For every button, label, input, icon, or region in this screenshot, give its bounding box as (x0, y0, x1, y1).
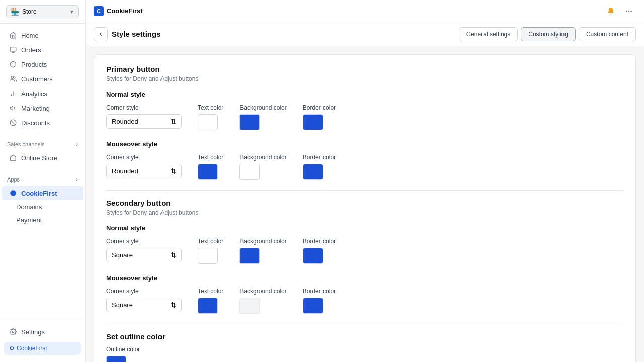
tab-general-settings[interactable]: General settings (459, 27, 518, 41)
outline-color-swatch[interactable] (106, 356, 126, 362)
more-options-button[interactable] (622, 4, 636, 18)
chevron-down-icon: ▼ (69, 9, 74, 15)
primary-normal-border-color-label: Border color (303, 104, 336, 111)
secondary-mouseover-corner-field: Corner style Square ⇅ (106, 288, 182, 312)
primary-normal-text-color-swatch[interactable] (198, 114, 218, 130)
apps-title: Apps › (0, 173, 85, 186)
sidebar-item-settings[interactable]: Settings (2, 325, 83, 339)
secondary-normal-border-color-field: Border color (303, 238, 336, 264)
primary-mouseover-style-row: Corner style Rounded ⇅ Text color Backgr… (106, 154, 623, 180)
sidebar-item-marketing[interactable]: Marketing (2, 101, 83, 115)
secondary-normal-corner-field: Corner style Square ⇅ (106, 238, 182, 262)
cookiefirst-bottom-badge[interactable]: ⚙ CookieFirst (4, 342, 81, 355)
page-header-left: Style settings (94, 27, 161, 41)
sidebar-item-analytics[interactable]: Analytics (2, 86, 83, 101)
products-icon (9, 60, 17, 68)
sidebar-item-domains-label: Domains (16, 203, 42, 211)
svg-line-9 (11, 121, 15, 125)
primary-mouseover-border-color-label: Border color (303, 154, 336, 161)
discounts-icon (9, 119, 17, 127)
secondary-normal-style-title: Normal style (106, 224, 623, 232)
svg-point-10 (10, 190, 16, 196)
primary-normal-bg-color-swatch[interactable] (239, 114, 260, 130)
sidebar-item-products[interactable]: Products (2, 57, 83, 71)
secondary-mouseover-border-color-swatch[interactable] (303, 298, 323, 314)
secondary-mouseover-style-row: Corner style Square ⇅ Text color Backgro… (106, 288, 623, 314)
primary-mouseover-corner-select[interactable]: Rounded ⇅ (106, 164, 182, 178)
nav-section-channels: Sales channels › Online Store (0, 134, 85, 169)
main-area: C CookieFirst Style settings General set… (86, 0, 644, 362)
nav-section-apps: Apps › CookieFirst Domains Payment (0, 169, 85, 231)
secondary-mouseover-text-color-swatch[interactable] (198, 298, 218, 314)
secondary-button-title: Secondary button (106, 199, 623, 207)
primary-normal-corner-field: Corner style Rounded ⇅ (106, 104, 182, 129)
primary-normal-bg-color-label: Background color (239, 104, 286, 111)
tab-custom-content[interactable]: Custom content (579, 27, 636, 41)
store-name: Store (22, 8, 37, 15)
sidebar-item-products-label: Products (21, 61, 47, 68)
sidebar-item-online-store[interactable]: Online Store (2, 151, 83, 165)
online-store-icon (9, 154, 17, 162)
analytics-icon (9, 89, 17, 98)
secondary-mouseover-corner-select[interactable]: Square ⇅ (106, 298, 182, 312)
primary-mouseover-style: Mouseover style Corner style Rounded ⇅ T… (106, 140, 623, 180)
sidebar-item-domains[interactable]: Domains (2, 201, 83, 213)
svg-rect-0 (10, 47, 16, 51)
sidebar-item-discounts[interactable]: Discounts (2, 116, 83, 130)
tab-buttons: General settings Custom styling Custom c… (459, 27, 636, 41)
tab-custom-styling[interactable]: Custom styling (521, 27, 576, 41)
primary-mouseover-border-color-field: Border color (303, 154, 336, 180)
chevron-right-icon: › (76, 141, 78, 147)
secondary-mouseover-text-color-field: Text color (198, 288, 223, 314)
outline-color-label: Outline color (106, 346, 623, 353)
store-selector[interactable]: 🏪 Store ▼ (6, 5, 79, 18)
svg-point-12 (626, 11, 627, 11)
secondary-mouseover-bg-color-field: Background color (239, 288, 286, 314)
primary-normal-bg-color-field: Background color (239, 104, 286, 130)
secondary-mouseover-style-title: Mouseover style (106, 274, 623, 282)
secondary-mouseover-bg-color-swatch[interactable] (239, 298, 260, 314)
settings-icon (9, 328, 17, 336)
svg-point-13 (628, 11, 629, 11)
primary-normal-style-row: Corner style Rounded ⇅ Text color Backgr… (106, 104, 623, 130)
app-name: CookieFirst (107, 7, 143, 15)
primary-mouseover-bg-color-swatch[interactable] (239, 164, 260, 180)
sidebar-item-home[interactable]: Home (2, 28, 83, 42)
sidebar-item-cookiefirst-label: CookieFirst (21, 190, 57, 197)
sidebar-item-payment-label: Payment (16, 216, 42, 224)
svg-point-14 (631, 11, 631, 11)
secondary-button-section: Secondary button Styles for Deny and Adj… (106, 199, 623, 314)
primary-mouseover-border-color-swatch[interactable] (303, 164, 323, 180)
sidebar-item-cookiefirst[interactable]: CookieFirst (2, 186, 83, 200)
sidebar-item-customers-label: Customers (21, 75, 53, 83)
sidebar-item-payment[interactable]: Payment (2, 214, 83, 226)
secondary-normal-border-color-swatch[interactable] (303, 248, 323, 264)
primary-normal-text-color-field: Text color (198, 104, 223, 130)
primary-normal-border-color-swatch[interactable] (303, 114, 323, 130)
primary-normal-corner-label: Corner style (106, 104, 182, 111)
divider-2 (106, 324, 623, 324)
secondary-mouseover-style: Mouseover style Corner style Square ⇅ Te… (106, 274, 623, 314)
apps-chevron-icon: › (76, 176, 78, 183)
sidebar-item-customers[interactable]: Customers (2, 72, 83, 86)
primary-normal-corner-select[interactable]: Rounded ⇅ (106, 114, 182, 129)
sidebar-top: 🏪 Store ▼ (0, 0, 85, 24)
sidebar-item-orders[interactable]: Orders (2, 43, 83, 57)
back-button[interactable] (94, 27, 108, 41)
primary-normal-corner-chevron: ⇅ (171, 118, 176, 125)
secondary-normal-corner-select[interactable]: Square ⇅ (106, 248, 182, 262)
secondary-normal-bg-color-swatch[interactable] (239, 248, 260, 264)
sidebar-item-settings-label: Settings (21, 328, 45, 336)
page-title: Style settings (112, 30, 161, 38)
primary-mouseover-corner-label: Corner style (106, 154, 182, 161)
secondary-normal-text-color-label: Text color (198, 238, 223, 245)
outline-color-field: Outline color (106, 346, 623, 362)
sidebar-bottom: Settings ⚙ CookieFirst (0, 320, 85, 362)
top-bar: C CookieFirst (86, 0, 644, 22)
primary-mouseover-text-color-swatch[interactable] (198, 164, 218, 180)
secondary-normal-text-color-swatch[interactable] (198, 248, 218, 264)
notification-button[interactable] (604, 4, 618, 18)
settings-panel: Primary button Styles for Deny and Adjus… (94, 54, 636, 362)
primary-mouseover-style-title: Mouseover style (106, 140, 623, 148)
secondary-mouseover-text-color-label: Text color (198, 288, 223, 295)
